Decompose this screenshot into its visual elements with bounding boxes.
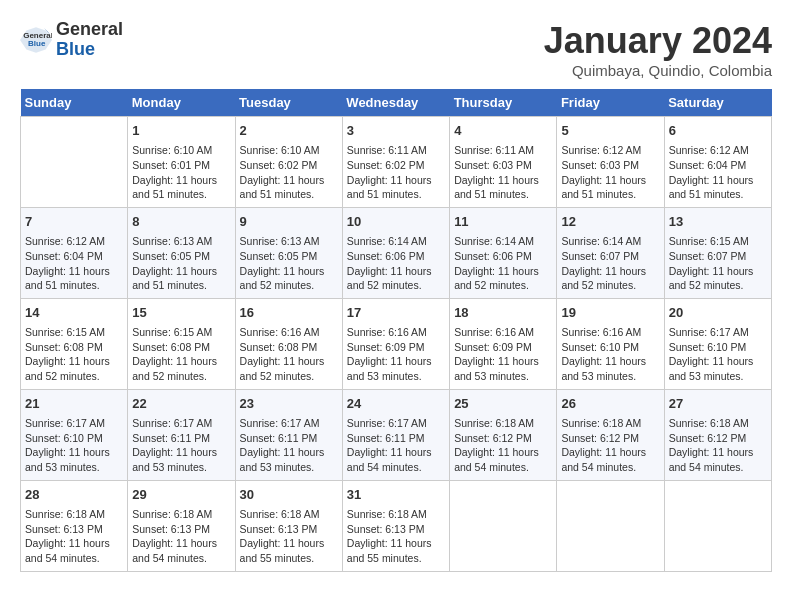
day-cell: 24Sunrise: 6:17 AMSunset: 6:11 PMDayligh… [342,389,449,480]
sunrise-text: Sunrise: 6:12 AM [25,235,105,247]
day-number: 5 [561,122,659,140]
weekday-header-friday: Friday [557,89,664,117]
logo-general-text: General [56,19,123,39]
daylight-text: Daylight: 11 hours and 52 minutes. [347,265,432,292]
day-number: 1 [132,122,230,140]
day-number: 25 [454,395,552,413]
sunset-text: Sunset: 6:02 PM [240,159,318,171]
daylight-text: Daylight: 11 hours and 53 minutes. [669,355,754,382]
day-cell: 28Sunrise: 6:18 AMSunset: 6:13 PMDayligh… [21,480,128,571]
day-number: 12 [561,213,659,231]
day-cell: 7Sunrise: 6:12 AMSunset: 6:04 PMDaylight… [21,207,128,298]
day-cell: 5Sunrise: 6:12 AMSunset: 6:03 PMDaylight… [557,117,664,208]
sunrise-text: Sunrise: 6:18 AM [454,417,534,429]
sunset-text: Sunset: 6:10 PM [25,432,103,444]
title-section: January 2024 Quimbaya, Quindio, Colombia [544,20,772,79]
day-cell: 11Sunrise: 6:14 AMSunset: 6:06 PMDayligh… [450,207,557,298]
day-number: 4 [454,122,552,140]
day-cell: 19Sunrise: 6:16 AMSunset: 6:10 PMDayligh… [557,298,664,389]
daylight-text: Daylight: 11 hours and 52 minutes. [240,355,325,382]
sunset-text: Sunset: 6:04 PM [669,159,747,171]
week-row-4: 21Sunrise: 6:17 AMSunset: 6:10 PMDayligh… [21,389,772,480]
daylight-text: Daylight: 11 hours and 53 minutes. [561,355,646,382]
day-number: 2 [240,122,338,140]
day-cell: 16Sunrise: 6:16 AMSunset: 6:08 PMDayligh… [235,298,342,389]
day-cell: 3Sunrise: 6:11 AMSunset: 6:02 PMDaylight… [342,117,449,208]
day-cell: 25Sunrise: 6:18 AMSunset: 6:12 PMDayligh… [450,389,557,480]
daylight-text: Daylight: 11 hours and 52 minutes. [669,265,754,292]
day-cell [450,480,557,571]
daylight-text: Daylight: 11 hours and 51 minutes. [347,174,432,201]
sunset-text: Sunset: 6:12 PM [454,432,532,444]
sunset-text: Sunset: 6:02 PM [347,159,425,171]
daylight-text: Daylight: 11 hours and 52 minutes. [25,355,110,382]
day-number: 31 [347,486,445,504]
weekday-header-row: SundayMondayTuesdayWednesdayThursdayFrid… [21,89,772,117]
sunrise-text: Sunrise: 6:17 AM [347,417,427,429]
sunrise-text: Sunrise: 6:16 AM [454,326,534,338]
daylight-text: Daylight: 11 hours and 52 minutes. [454,265,539,292]
day-cell: 17Sunrise: 6:16 AMSunset: 6:09 PMDayligh… [342,298,449,389]
logo: General Blue General Blue [20,20,123,60]
svg-text:Blue: Blue [28,39,46,48]
day-number: 24 [347,395,445,413]
sunset-text: Sunset: 6:07 PM [669,250,747,262]
day-cell: 29Sunrise: 6:18 AMSunset: 6:13 PMDayligh… [128,480,235,571]
day-number: 16 [240,304,338,322]
daylight-text: Daylight: 11 hours and 53 minutes. [454,355,539,382]
sunset-text: Sunset: 6:08 PM [240,341,318,353]
day-number: 10 [347,213,445,231]
daylight-text: Daylight: 11 hours and 51 minutes. [240,174,325,201]
sunset-text: Sunset: 6:07 PM [561,250,639,262]
sunrise-text: Sunrise: 6:12 AM [669,144,749,156]
day-number: 7 [25,213,123,231]
sunrise-text: Sunrise: 6:17 AM [132,417,212,429]
sunrise-text: Sunrise: 6:14 AM [561,235,641,247]
sunrise-text: Sunrise: 6:10 AM [240,144,320,156]
week-row-3: 14Sunrise: 6:15 AMSunset: 6:08 PMDayligh… [21,298,772,389]
sunrise-text: Sunrise: 6:16 AM [347,326,427,338]
sunset-text: Sunset: 6:11 PM [132,432,210,444]
sunrise-text: Sunrise: 6:10 AM [132,144,212,156]
day-cell [557,480,664,571]
day-cell [21,117,128,208]
sunset-text: Sunset: 6:04 PM [25,250,103,262]
weekday-header-thursday: Thursday [450,89,557,117]
day-number: 18 [454,304,552,322]
sunset-text: Sunset: 6:06 PM [454,250,532,262]
daylight-text: Daylight: 11 hours and 52 minutes. [561,265,646,292]
daylight-text: Daylight: 11 hours and 55 minutes. [347,537,432,564]
daylight-text: Daylight: 11 hours and 54 minutes. [25,537,110,564]
day-number: 28 [25,486,123,504]
calendar-table: SundayMondayTuesdayWednesdayThursdayFrid… [20,89,772,572]
sunrise-text: Sunrise: 6:18 AM [561,417,641,429]
daylight-text: Daylight: 11 hours and 53 minutes. [347,355,432,382]
day-number: 22 [132,395,230,413]
sunset-text: Sunset: 6:13 PM [132,523,210,535]
day-number: 14 [25,304,123,322]
day-number: 11 [454,213,552,231]
daylight-text: Daylight: 11 hours and 55 minutes. [240,537,325,564]
day-number: 23 [240,395,338,413]
day-number: 26 [561,395,659,413]
day-cell: 21Sunrise: 6:17 AMSunset: 6:10 PMDayligh… [21,389,128,480]
week-row-2: 7Sunrise: 6:12 AMSunset: 6:04 PMDaylight… [21,207,772,298]
day-number: 13 [669,213,767,231]
day-cell: 27Sunrise: 6:18 AMSunset: 6:12 PMDayligh… [664,389,771,480]
day-cell: 10Sunrise: 6:14 AMSunset: 6:06 PMDayligh… [342,207,449,298]
daylight-text: Daylight: 11 hours and 51 minutes. [132,265,217,292]
sunrise-text: Sunrise: 6:18 AM [669,417,749,429]
daylight-text: Daylight: 11 hours and 51 minutes. [132,174,217,201]
sunset-text: Sunset: 6:11 PM [347,432,425,444]
daylight-text: Daylight: 11 hours and 54 minutes. [347,446,432,473]
sunset-text: Sunset: 6:09 PM [347,341,425,353]
sunset-text: Sunset: 6:09 PM [454,341,532,353]
sunrise-text: Sunrise: 6:15 AM [132,326,212,338]
weekday-header-monday: Monday [128,89,235,117]
day-number: 21 [25,395,123,413]
logo-text: General Blue [56,20,123,60]
sunset-text: Sunset: 6:01 PM [132,159,210,171]
sunrise-text: Sunrise: 6:18 AM [132,508,212,520]
sunrise-text: Sunrise: 6:18 AM [25,508,105,520]
sunset-text: Sunset: 6:12 PM [561,432,639,444]
